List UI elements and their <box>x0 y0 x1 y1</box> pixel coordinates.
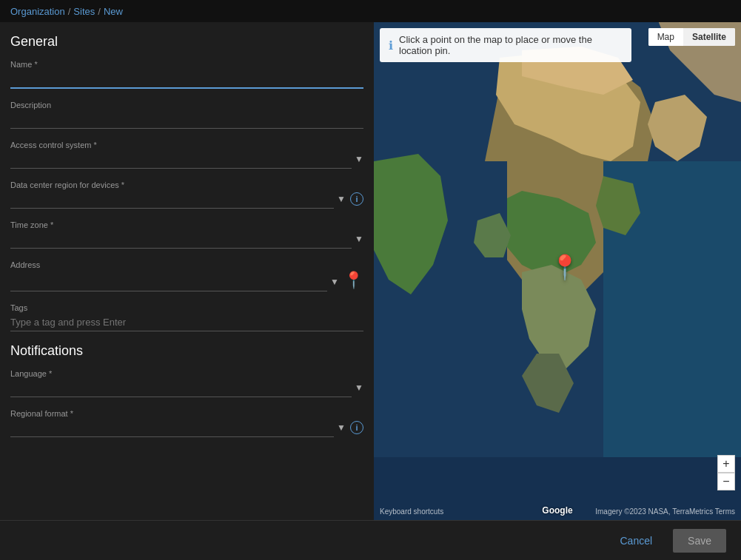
address-group: Address ▼ 📍 <box>10 260 363 291</box>
keyboard-shortcuts[interactable]: Keyboard shortcuts <box>380 507 443 516</box>
cancel-button[interactable]: Cancel <box>608 529 664 553</box>
map-tooltip: ℹ Click a point on the map to place or m… <box>380 28 631 62</box>
map-panel: ℹ Click a point on the map to place or m… <box>374 22 741 520</box>
map-toggle-satellite-btn[interactable]: Satellite <box>683 28 735 46</box>
address-pin-icon[interactable]: 📍 <box>343 271 363 290</box>
breadcrumb-org[interactable]: Organization <box>10 6 65 17</box>
language-dropdown-icon[interactable]: ▼ <box>355 382 363 393</box>
top-bar: Organization / Sites / New <box>0 0 741 22</box>
datacenter-dropdown-icon[interactable]: ▼ <box>337 194 346 204</box>
access-control-label: Access control system * <box>10 141 363 149</box>
regional-dropdown-icon[interactable]: ▼ <box>337 422 346 433</box>
address-input[interactable] <box>10 274 327 291</box>
zoom-out-button[interactable]: − <box>717 473 735 490</box>
zoom-in-button[interactable]: + <box>717 455 735 473</box>
language-label: Language * <box>10 369 363 378</box>
action-bar: Cancel Save <box>0 520 741 560</box>
breadcrumb: Organization / Sites / New <box>10 6 123 17</box>
timezone-dropdown-icon[interactable]: ▼ <box>355 234 363 244</box>
language-group: Language * ▼ <box>10 369 363 397</box>
description-label: Description <box>10 101 363 109</box>
map-type-toggle: Map Satellite <box>648 28 735 46</box>
name-label: Name * <box>10 60 363 69</box>
tags-label: Tags <box>10 303 363 312</box>
name-input[interactable] <box>10 70 363 89</box>
language-input[interactable] <box>10 379 352 397</box>
map-zoom-controls: + − <box>717 455 735 490</box>
tags-input[interactable] <box>10 314 363 331</box>
datacenter-group: Data center region for devices * ▼ i <box>10 181 363 209</box>
tooltip-info-icon: ℹ <box>389 38 393 53</box>
regional-group: Regional format * ▼ i <box>10 409 363 437</box>
form-panel: General Name * Description Access contro… <box>0 22 374 520</box>
breadcrumb-sep-2: / <box>98 6 101 17</box>
timezone-group: Time zone * ▼ <box>10 220 363 249</box>
imagery-attribution: Imagery ©2023 NASA, TerraMetrics Terms <box>595 507 735 516</box>
regional-info-icon[interactable]: i <box>350 421 363 434</box>
map-attribution: Google <box>542 505 572 516</box>
datacenter-label: Data center region for devices * <box>10 181 363 189</box>
access-control-input[interactable] <box>10 151 352 169</box>
timezone-label: Time zone * <box>10 220 363 229</box>
regional-label: Regional format * <box>10 409 363 418</box>
name-group: Name * <box>10 60 363 89</box>
notifications-section: Notifications Language * ▼ Regional form… <box>10 343 363 437</box>
timezone-input[interactable] <box>10 231 352 249</box>
access-control-group: Access control system * ▼ <box>10 141 363 169</box>
breadcrumb-sep-1: / <box>68 6 71 17</box>
regional-input[interactable] <box>10 419 334 437</box>
location-pin: 📍 <box>550 253 580 281</box>
datacenter-info-icon[interactable]: i <box>350 192 363 206</box>
access-control-dropdown-icon[interactable]: ▼ <box>355 154 363 164</box>
breadcrumb-sites[interactable]: Sites <box>73 6 95 17</box>
description-group: Description <box>10 101 363 129</box>
description-input[interactable] <box>10 111 363 129</box>
tags-group: Tags <box>10 303 363 331</box>
address-label: Address <box>10 260 363 269</box>
map-toggle-map-btn[interactable]: Map <box>648 28 683 46</box>
general-section-title: General <box>10 34 363 50</box>
save-button[interactable]: Save <box>673 529 726 553</box>
map-container[interactable]: ℹ Click a point on the map to place or m… <box>374 22 741 520</box>
datacenter-input[interactable] <box>10 191 334 209</box>
notifications-section-title: Notifications <box>10 343 363 359</box>
address-dropdown-icon[interactable]: ▼ <box>330 277 339 287</box>
breadcrumb-current: New <box>104 6 123 17</box>
tooltip-text: Click a point on the map to place or mov… <box>399 34 623 56</box>
main-layout: General Name * Description Access contro… <box>0 22 741 520</box>
